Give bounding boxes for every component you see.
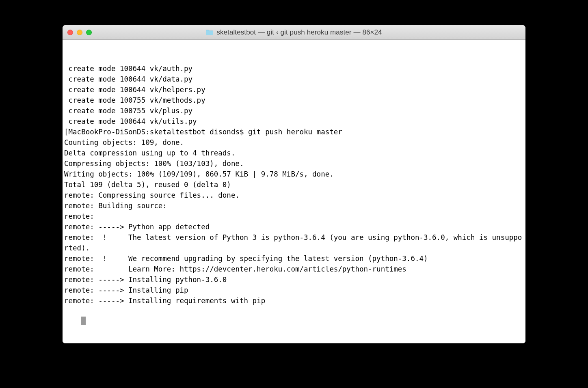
terminal-line: Counting objects: 109, done. — [64, 137, 524, 148]
terminal-output: create mode 100644 vk/auth.py create mod… — [64, 63, 524, 306]
window-title: sketaltestbot — git ‹ git push heroku ma… — [216, 28, 382, 37]
terminal-line: create mode 100755 vk/plus.py — [64, 106, 524, 116]
terminal-line: remote: Building source: — [64, 200, 524, 211]
terminal-line: Total 109 (delta 5), reused 0 (delta 0) — [64, 179, 524, 190]
terminal-line: remote: — [64, 211, 524, 222]
cursor — [81, 317, 86, 325]
terminal-line: create mode 100755 vk/methods.py — [64, 95, 524, 106]
terminal-line: remote: Learn More: https://devcenter.he… — [64, 264, 524, 274]
close-button[interactable] — [67, 30, 73, 35]
terminal-line: remote: ! The latest version of Python 3… — [64, 232, 524, 253]
terminal-line: Delta compression using up to 4 threads. — [64, 148, 524, 158]
terminal-line: [MacBookPro-DiSonDS:sketaltestbot disond… — [64, 127, 524, 137]
terminal-line: remote: -----> Installing python-3.6.0 — [64, 274, 524, 285]
minimize-button[interactable] — [77, 30, 82, 35]
title-content: sketaltestbot — git ‹ git push heroku ma… — [63, 28, 525, 37]
terminal-line: remote: -----> Installing pip — [64, 285, 524, 295]
terminal-line: create mode 100644 vk/data.py — [64, 74, 524, 84]
title-bar[interactable]: sketaltestbot — git ‹ git push heroku ma… — [63, 25, 525, 40]
terminal-line: Compressing objects: 100% (103/103), don… — [64, 158, 524, 169]
terminal-line: create mode 100644 vk/auth.py — [64, 63, 524, 74]
terminal-line: Writing objects: 100% (109/109), 860.57 … — [64, 169, 524, 179]
terminal-line: remote: Compressing source files... done… — [64, 190, 524, 200]
terminal-line: create mode 100644 vk/utils.py — [64, 116, 524, 127]
maximize-button[interactable] — [86, 30, 92, 35]
terminal-window: sketaltestbot — git ‹ git push heroku ma… — [63, 25, 525, 343]
terminal-line: remote: -----> Python app detected — [64, 222, 524, 232]
terminal-body[interactable]: create mode 100644 vk/auth.py create mod… — [63, 40, 525, 343]
terminal-line: create mode 100644 vk/helpers.py — [64, 84, 524, 95]
terminal-line: remote: -----> Installing requirements w… — [64, 295, 524, 306]
terminal-line: remote: ! We recommend upgrading by spec… — [64, 253, 524, 264]
folder-icon — [206, 30, 213, 35]
traffic-lights — [67, 30, 92, 35]
